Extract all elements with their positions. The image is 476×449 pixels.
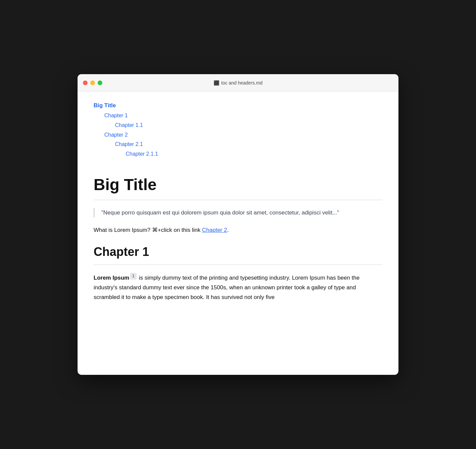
paragraph-text-after: .: [227, 227, 229, 233]
file-icon: ⬛: [214, 80, 219, 86]
paragraph-text-before: What is Lorem Ipsum? ⌘+click on this lin…: [94, 227, 202, 233]
lorem-bold: Lorem Ipsum: [94, 275, 129, 281]
window-title-area: ⬛ toc and headers.md: [214, 80, 263, 86]
toc-chapter2-1-link[interactable]: Chapter 2.1: [94, 140, 382, 149]
footnote-ref[interactable]: 1: [130, 273, 137, 280]
toc-chapter1-1-link[interactable]: Chapter 1.1: [94, 121, 382, 130]
lorem-paragraph: Lorem Ipsum1 is simply dummy text of the…: [94, 273, 382, 302]
chapter1-divider: [94, 265, 382, 265]
document-content: Big Title Chapter 1 Chapter 1.1 Chapter …: [78, 92, 398, 375]
titlebar: ⬛ toc and headers.md: [78, 74, 398, 92]
toc-chapter2-1-1-link[interactable]: Chapter 2.1.1: [94, 149, 382, 159]
maximize-button[interactable]: [98, 81, 102, 85]
close-button[interactable]: [83, 81, 88, 85]
toc-chapter2-link[interactable]: Chapter 2: [94, 130, 382, 140]
blockquote-text: "Neque porro quisquam est qui dolorem ip…: [101, 209, 339, 216]
traffic-lights: [83, 81, 102, 85]
intro-paragraph: What is Lorem Ipsum? ⌘+click on this lin…: [94, 226, 382, 235]
table-of-contents: Big Title Chapter 1 Chapter 1.1 Chapter …: [94, 102, 382, 159]
chapter2-link[interactable]: Chapter 2: [202, 227, 227, 233]
toc-title-link[interactable]: Big Title: [94, 102, 382, 109]
minimize-button[interactable]: [90, 81, 95, 85]
window-title: toc and headers.md: [221, 80, 263, 86]
title-divider: [94, 200, 382, 200]
chapter1-heading: Chapter 1: [94, 245, 382, 259]
toc-chapter1-link[interactable]: Chapter 1: [94, 111, 382, 121]
blockquote: "Neque porro quisquam est qui dolorem ip…: [94, 208, 382, 218]
doc-title: Big Title: [94, 175, 382, 194]
app-window: ⬛ toc and headers.md Big Title Chapter 1…: [78, 74, 398, 375]
